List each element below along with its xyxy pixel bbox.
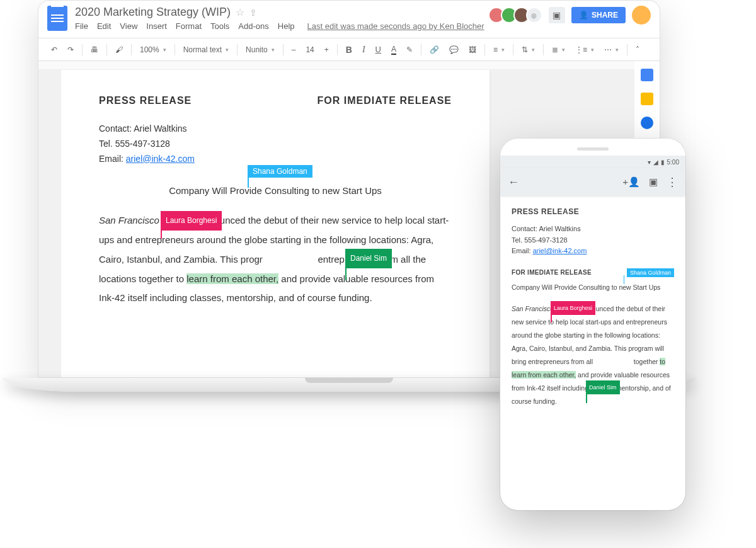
insert-link-button[interactable]: 🔗 (426, 43, 443, 57)
cursor-line-icon (586, 389, 587, 403)
document-page[interactable]: PRESS RELEASE FOR IMEDIATE RELEASE Conta… (61, 70, 490, 377)
profile-avatar[interactable] (632, 6, 651, 25)
headline-part-b: to new Start Ups (309, 185, 382, 196)
cursor-line-icon (624, 275, 625, 284)
paint-format-button[interactable]: 🖌 (112, 43, 127, 57)
align-button[interactable]: ≡ (490, 43, 508, 57)
menu-edit[interactable]: Edit (97, 21, 111, 31)
mobile-body: Laura Borghesi Daniel Sim San Francisco … (512, 302, 674, 408)
font-size-increase[interactable]: + (321, 43, 333, 57)
ruler[interactable] (38, 61, 634, 70)
document-title[interactable]: 2020 Marketing Strategy (WIP) (75, 6, 231, 19)
mobile-contact-name: Contact: Ariel Waltkins (512, 224, 674, 235)
menu-tools[interactable]: Tools (210, 21, 229, 31)
font-select[interactable]: Nunito (242, 43, 278, 57)
phone-document[interactable]: PRESS RELEASE Contact: Ariel Waltkins Te… (500, 196, 685, 420)
last-edit-info[interactable]: Last edit was made seconds ago by Ken Bl… (307, 21, 484, 31)
menu-help[interactable]: Help (278, 21, 295, 31)
mobile-headline: Company Will Provide Consulting to new S… (512, 283, 674, 291)
insert-comment-button[interactable]: 💬 (445, 43, 462, 57)
mobile-immediate: FOR IMEDIATE RELEASE (512, 269, 592, 276)
keep-icon[interactable] (641, 93, 653, 105)
redo-button[interactable]: ↷ (64, 43, 77, 57)
contact-name: Contact: Ariel Waltkins (99, 122, 452, 137)
back-icon[interactable]: ← (508, 176, 519, 189)
side-panel (634, 61, 660, 129)
print-button[interactable]: 🖶 (87, 43, 102, 57)
menu-view[interactable]: View (120, 21, 137, 31)
cursor-line-icon (161, 224, 162, 239)
signal-icon: ◢ (653, 159, 658, 166)
star-icon[interactable]: ☆ (236, 6, 244, 18)
mobile-headline-b: to new Start Ups (610, 283, 661, 291)
document-headline: Shana Goldman Company Will Provide Consu… (99, 185, 452, 196)
contact-tel: Tel. 555-497-3128 (99, 137, 452, 152)
font-size-input[interactable]: 14 (302, 43, 318, 57)
more-vert-icon[interactable]: ⋮ (667, 175, 678, 189)
mobile-cursor-laura: Laura Borghesi (551, 301, 595, 315)
paragraph-style-select[interactable]: Normal text (180, 43, 232, 57)
mobile-cursor-shana: Shana Goldman (627, 268, 674, 277)
docs-logo-icon[interactable] (47, 6, 67, 31)
mobile-email-link[interactable]: ariel@ink-42.com (533, 247, 587, 254)
tasks-icon[interactable] (641, 117, 653, 129)
person-add-icon[interactable]: +👤 (622, 176, 640, 188)
menu-format[interactable]: Format (176, 21, 202, 31)
clock: 5:00 (667, 159, 679, 166)
collaborator-cursor-daniel: Daniel Sim (345, 249, 392, 268)
mobile-body-sf: San Francisco (512, 305, 554, 312)
mobile-press-release: PRESS RELEASE (512, 207, 674, 216)
share-label: SHARE (592, 11, 618, 20)
body-location: San Francisco (99, 215, 159, 225)
bold-button[interactable]: B (342, 42, 356, 57)
mobile-contact-tel: Tel. 555-497-3128 (512, 235, 674, 246)
menu-insert[interactable]: Insert (146, 21, 167, 31)
title-block: 2020 Marketing Strategy (WIP) ☆ ⇪ File E… (75, 6, 484, 31)
wifi-icon: ▾ (648, 159, 651, 166)
contact-email-line: Email: ariel@ink-42.com (99, 152, 452, 167)
highlight-button[interactable]: ✎ (403, 43, 416, 57)
share-button[interactable]: 👤 SHARE (571, 7, 626, 23)
menu-file[interactable]: File (75, 21, 88, 31)
more-button[interactable]: ⋯ (600, 43, 622, 57)
text-color-button[interactable]: A (387, 42, 400, 57)
numbered-list-button[interactable]: ≣ (548, 43, 569, 57)
person-add-icon: 👤 (579, 11, 588, 20)
underline-button[interactable]: U (372, 42, 385, 57)
avatar-anon[interactable]: ◎ (526, 7, 542, 23)
collaborator-cursor-shana: Shana Goldman (248, 165, 312, 178)
line-spacing-button[interactable]: ⇅ (518, 43, 539, 57)
app-header: 2020 Marketing Strategy (WIP) ☆ ⇪ File E… (38, 1, 660, 38)
highlighted-text: learn from each other, (186, 273, 278, 284)
collaborator-cursor-laura: Laura Borghesi (161, 211, 222, 231)
menu-addons[interactable]: Add-ons (238, 21, 268, 31)
move-folder-icon[interactable]: ⇪ (249, 8, 257, 18)
insert-image-button[interactable]: 🖼 (465, 43, 480, 57)
immediate-release-heading: FOR IMEDIATE RELEASE (318, 95, 452, 106)
press-release-heading: PRESS RELEASE (99, 95, 192, 106)
cursor-line-icon (248, 176, 249, 188)
phone-toolbar: ← +👤 ▣ ⋮ (500, 168, 685, 196)
collaborator-avatars: ◎ (492, 7, 542, 23)
cursor-line-icon (551, 310, 552, 323)
mobile-cursor-daniel: Daniel Sim (586, 380, 620, 394)
calendar-icon[interactable] (641, 69, 653, 81)
font-size-decrease[interactable]: – (288, 43, 300, 57)
laptop-notch (305, 378, 393, 383)
contact-email-link[interactable]: ariel@ink-42.com (126, 154, 195, 164)
contact-block: Contact: Ariel Waltkins Tel. 555-497-312… (99, 122, 452, 166)
comments-button[interactable]: ▣ (549, 7, 565, 23)
battery-icon: ▮ (661, 159, 665, 166)
formatting-toolbar: ↶ ↷ 🖶 🖌 100% Normal text Nunito – 14 + B… (38, 38, 660, 61)
mobile-headline-a: Company Will Provide Consulting (512, 283, 610, 291)
phone-status-bar: ▾ ◢ ▮ 5:00 (500, 156, 685, 168)
headline-part-a: Company Will Provide Consulting (169, 185, 309, 196)
zoom-select[interactable]: 100% (136, 43, 170, 57)
bulleted-list-button[interactable]: ⋮≡ (571, 43, 598, 57)
comment-icon[interactable]: ▣ (649, 176, 658, 188)
hide-menus-button[interactable]: ˄ (632, 43, 643, 57)
undo-button[interactable]: ↶ (47, 43, 61, 57)
mobile-body-b: together (634, 358, 660, 365)
italic-button[interactable]: I (358, 42, 369, 57)
mobile-contact-block: Contact: Ariel Waltkins Tel. 555-497-312… (512, 224, 674, 257)
